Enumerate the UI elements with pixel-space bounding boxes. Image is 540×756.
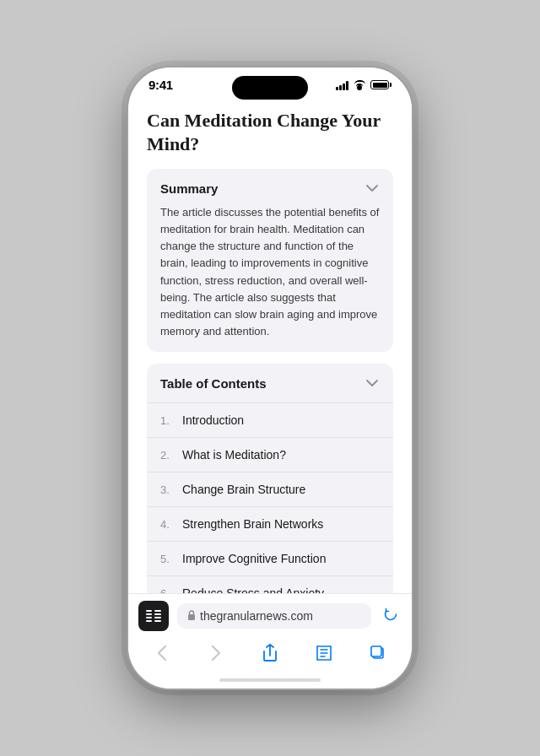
toc-item-number: 3.: [160, 483, 176, 496]
battery-icon: [370, 80, 392, 89]
toc-item[interactable]: 6. Reduce Stress and Anxiety: [147, 575, 393, 593]
screen: 9:41 Can Meditation Cha: [128, 68, 412, 688]
share-button[interactable]: [253, 640, 287, 667]
toc-item[interactable]: 4. Strengthen Brain Networks: [147, 506, 393, 541]
toc-item-label: Reduce Stress and Anxiety: [182, 586, 324, 593]
toc-item-number: 4.: [160, 518, 176, 531]
bookmarks-button[interactable]: [307, 640, 341, 667]
phone-frame: 9:41 Can Meditation Cha: [127, 66, 413, 690]
toc-item[interactable]: 2. What is Meditation?: [147, 437, 393, 472]
back-button[interactable]: [145, 640, 179, 667]
toc-item-label: Strengthen Brain Networks: [182, 517, 323, 531]
toc-header[interactable]: Table of Contents: [147, 364, 393, 402]
reader-button[interactable]: [138, 601, 169, 631]
svg-rect-7: [154, 620, 161, 622]
status-icons: [336, 80, 392, 90]
tabs-button[interactable]: [361, 640, 395, 667]
wifi-icon: [353, 80, 366, 90]
lock-icon: [187, 610, 196, 622]
svg-rect-10: [371, 646, 381, 656]
svg-rect-2: [146, 617, 152, 618]
toc-item-label: Introduction: [182, 413, 244, 427]
status-bar: 9:41: [128, 68, 412, 95]
toc-item-label: Change Brain Structure: [182, 483, 305, 496]
toc-item-number: 5.: [160, 553, 176, 565]
svg-rect-5: [154, 613, 161, 615]
forward-button[interactable]: [199, 640, 233, 667]
home-indicator: [219, 678, 321, 682]
toc-list: 1. Introduction 2. What is Meditation? 3…: [147, 402, 393, 593]
url-text: thegranularnews.com: [200, 609, 313, 623]
signal-icon: [336, 80, 348, 90]
svg-rect-1: [146, 613, 152, 615]
url-row: thegranularnews.com: [128, 594, 412, 634]
toc-item-number: 2.: [160, 449, 176, 462]
summary-card: Summary The article discusses the potent…: [147, 169, 393, 352]
toc-item-number: 6.: [160, 587, 176, 593]
toc-chevron-icon[interactable]: [364, 375, 380, 391]
reload-button[interactable]: [380, 603, 402, 629]
toc-title: Table of Contents: [160, 376, 267, 391]
url-pill[interactable]: thegranularnews.com: [177, 603, 371, 629]
bottom-bar: thegranularnews.com: [128, 593, 412, 688]
content-area[interactable]: Can Meditation Change Your Mind? Summary…: [128, 95, 412, 593]
dynamic-island: [232, 76, 308, 100]
toc-item-label: Improve Cognitive Function: [182, 552, 326, 565]
svg-rect-3: [146, 620, 152, 622]
summary-body: The article discusses the potential bene…: [160, 204, 380, 340]
status-time: 9:41: [148, 78, 173, 92]
svg-rect-4: [154, 610, 161, 612]
toc-item[interactable]: 3. Change Brain Structure: [147, 472, 393, 506]
summary-chevron-icon[interactable]: [364, 181, 380, 196]
summary-header[interactable]: Summary: [160, 181, 380, 196]
summary-title: Summary: [160, 181, 218, 196]
toc-item[interactable]: 1. Introduction: [147, 402, 393, 437]
svg-rect-8: [188, 614, 195, 620]
toc-card: Table of Contents 1. Introduction 2. Wha…: [147, 364, 393, 593]
toc-item[interactable]: 5. Improve Cognitive Function: [147, 541, 393, 575]
svg-rect-6: [154, 617, 161, 618]
toc-item-number: 1.: [160, 414, 176, 427]
article-title: Can Meditation Change Your Mind?: [147, 109, 393, 155]
nav-row: [128, 634, 412, 675]
toc-item-label: What is Meditation?: [182, 448, 286, 462]
svg-rect-0: [146, 610, 152, 612]
